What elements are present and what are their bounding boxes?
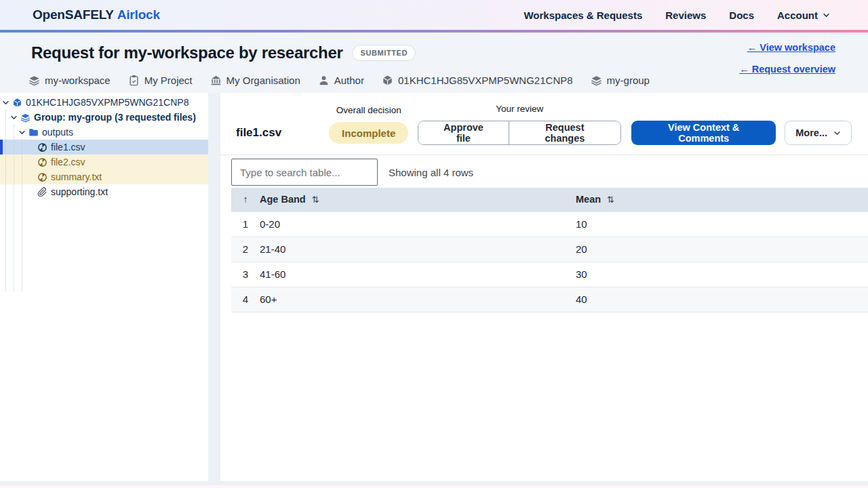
more-label: More... xyxy=(795,127,827,138)
file-toolbar: file1.csv Overall decision Incomplete Yo… xyxy=(220,93,868,155)
cell-age-band: 41-60 xyxy=(260,262,576,287)
sort-icon: ⇅ xyxy=(312,195,319,205)
view-workspace-link[interactable]: ← View workspace xyxy=(747,42,835,53)
tree-item-group[interactable]: Group: my-group (3 requested files) xyxy=(0,110,208,125)
tree-guide-line xyxy=(14,125,14,291)
nav-account-label: Account xyxy=(777,9,818,21)
search-input[interactable] xyxy=(231,159,378,186)
cell-age-band: 21-40 xyxy=(260,237,576,262)
row-number: 1 xyxy=(231,211,260,237)
layers-icon xyxy=(591,75,602,86)
meta-group: my-group xyxy=(591,75,650,86)
nav-reviews[interactable]: Reviews xyxy=(665,9,706,21)
cell-mean: 30 xyxy=(576,262,868,287)
chevron-down-icon xyxy=(10,114,18,121)
folder-icon xyxy=(28,127,39,138)
tree-guide-line xyxy=(5,110,6,291)
tree-item-supporting[interactable]: supporting.txt xyxy=(0,184,208,199)
sort-icon: ⇅ xyxy=(607,195,614,205)
building-icon xyxy=(210,75,222,86)
row-number: 2 xyxy=(231,237,260,262)
your-review-group: Your review Approve file Request changes xyxy=(418,104,621,145)
page-header: Request for my-workspace by researcher S… xyxy=(0,33,868,93)
your-review-label: Your review xyxy=(496,104,543,114)
rows-status-text: Showing all 4 rows xyxy=(389,167,473,178)
footer-accent-strip xyxy=(0,485,868,488)
file-review-panel: file1.csv Overall decision Incomplete Yo… xyxy=(220,93,868,481)
tree-item-request-id[interactable]: 01KHC1HJG85VXPMP5WNG21CNP8 xyxy=(0,95,208,110)
tree-item-summary[interactable]: summary.txt xyxy=(0,169,208,184)
brand-airlock: Airlock xyxy=(117,7,160,22)
status-badge: SUBMITTED xyxy=(352,45,416,61)
meta-workspace: my-workspace xyxy=(28,75,111,86)
tree-guide-line xyxy=(22,140,22,291)
row-number: 3 xyxy=(231,262,260,287)
row-number: 4 xyxy=(231,287,260,312)
request-overview-link[interactable]: ← Request overview xyxy=(739,64,835,75)
cell-age-band: 60+ xyxy=(260,287,576,312)
top-nav: OpenSAFELYAirlock Workspaces & Requests … xyxy=(0,0,868,30)
layers-icon xyxy=(28,75,40,86)
table-row: 3 41-60 30 xyxy=(231,262,868,287)
paperclip-icon xyxy=(37,187,47,197)
chevron-down-icon xyxy=(2,99,9,106)
column-header-mean[interactable]: Mean⇅ xyxy=(576,188,868,211)
sort-up-icon: ↑ xyxy=(243,194,248,205)
cell-mean: 10 xyxy=(576,211,868,237)
layers-icon xyxy=(20,113,31,123)
chevron-down-icon xyxy=(18,129,26,136)
brand-opensafely: OpenSAFELY xyxy=(33,7,114,22)
cube-icon xyxy=(12,98,22,108)
tree-item-outputs-folder[interactable]: outputs xyxy=(0,125,208,140)
meta-project: My Project xyxy=(128,75,193,86)
chevron-down-icon xyxy=(833,129,841,137)
cell-mean: 40 xyxy=(576,287,868,312)
file-tree-sidebar: 01KHC1HJG85VXPMP5WNG21CNP8 Group: my-gro… xyxy=(0,93,208,481)
page-title: Request for my-workspace by researcher xyxy=(31,43,342,62)
file-title: file1.csv xyxy=(236,126,281,140)
meta-request-id: 01KHC1HJG85VXPMP5WNG21CNP8 xyxy=(382,75,573,86)
user-icon xyxy=(318,75,330,86)
view-context-comments-button[interactable]: View Context & Comments xyxy=(631,121,776,145)
nav-docs[interactable]: Docs xyxy=(729,9,754,21)
table-row: 2 21-40 20 xyxy=(231,237,868,262)
table-header-row: ↑ Age Band⇅ Mean⇅ xyxy=(231,188,868,211)
table-row: 1 0-20 10 xyxy=(231,211,868,237)
request-meta-row: my-workspace My Project My Organisation … xyxy=(28,75,650,86)
row-number-header[interactable]: ↑ xyxy=(231,188,260,211)
chevron-down-icon xyxy=(823,12,830,19)
overall-decision-label: Overall decision xyxy=(336,105,401,115)
request-changes-button[interactable]: Request changes xyxy=(509,121,621,144)
decision-badge: Incomplete xyxy=(329,122,408,144)
table-row: 4 60+ 40 xyxy=(231,287,868,312)
meta-author: Author xyxy=(318,75,364,86)
cell-mean: 20 xyxy=(576,237,868,262)
csv-data-table: ↑ Age Band⇅ Mean⇅ 1 0-20 10 2 21-40 20 3… xyxy=(231,188,868,312)
overall-decision-group: Overall decision Incomplete xyxy=(329,105,408,145)
nav-account-menu[interactable]: Account xyxy=(777,9,830,21)
brand-logo[interactable]: OpenSAFELYAirlock xyxy=(33,7,160,22)
more-menu-button[interactable]: More... xyxy=(785,121,852,145)
approve-file-button[interactable]: Approve file xyxy=(418,121,508,144)
cell-age-band: 0-20 xyxy=(260,211,576,237)
csv-file-icon xyxy=(37,142,47,152)
nav-items: Workspaces & Requests Reviews Docs Accou… xyxy=(524,9,830,21)
tree-item-file2[interactable]: file2.csv xyxy=(0,155,208,169)
csv-file-icon xyxy=(37,172,47,182)
nav-workspaces-requests[interactable]: Workspaces & Requests xyxy=(524,9,642,21)
column-header-age-band[interactable]: Age Band⇅ xyxy=(260,188,576,211)
meta-organisation: My Organisation xyxy=(210,75,300,86)
table-search-row: Showing all 4 rows xyxy=(220,155,868,188)
cube-icon xyxy=(382,75,393,86)
csv-file-icon xyxy=(37,157,47,167)
tree-item-file1[interactable]: file1.csv xyxy=(0,140,208,155)
review-button-group: Approve file Request changes xyxy=(418,121,621,145)
clipboard-icon xyxy=(128,75,140,86)
